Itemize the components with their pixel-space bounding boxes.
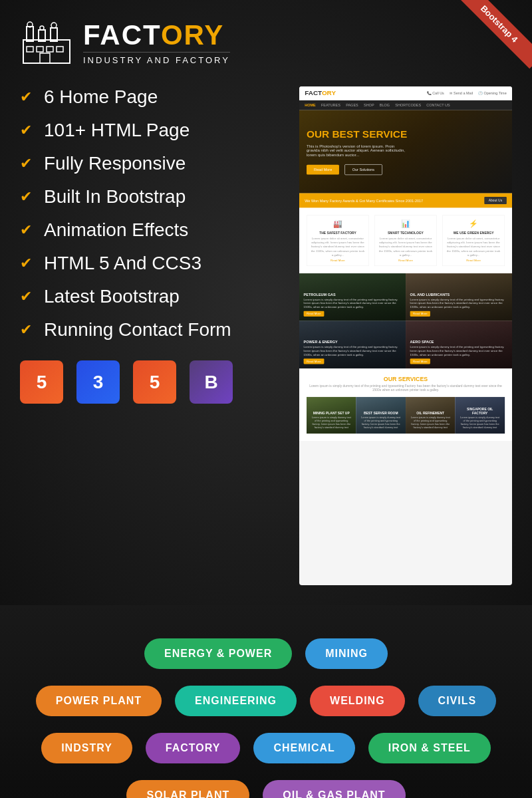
service-oil-bg: OIL AND LUBRICANTS Lorem ipsum is simply… [406, 273, 512, 321]
svg-point-6 [51, 23, 57, 28]
factory-logo-icon [20, 20, 73, 66]
service-aero-content: AERO SPACE Lorem ipsum is simply dummy t… [410, 340, 508, 364]
service-power-bg: POWER & ENERGY Lorem ipsum is simply dum… [299, 321, 406, 369]
best-services-our: OUR [384, 376, 398, 382]
preview-feature-3: ⚡ WE USE GREEN ENERGY Lorem ipsum dolor … [442, 215, 505, 266]
service-petroleum-content: PETROLEUM GAS Lorem ipsum is simply dumm… [304, 293, 402, 317]
service-petroleum-link[interactable]: Read More [304, 311, 325, 317]
nav-call: 📞 Call Us [427, 91, 444, 95]
tag-energy-power[interactable]: ENERGY & POWER [144, 638, 292, 669]
check-icon-4: ✔ [20, 188, 32, 205]
preview-feature-1: 🏭 THE SAFEST FACTORY Lorem ipsum dolor s… [307, 215, 369, 266]
chart-icon: 📊 [378, 219, 433, 228]
nav-shop: SHOP [364, 103, 374, 107]
service-aero-link[interactable]: Read More [410, 358, 431, 364]
check-icon-3: ✔ [20, 155, 32, 172]
check-icon-6: ✔ [20, 255, 32, 272]
check-icon-8: ✔ [20, 321, 32, 338]
tag-civils[interactable]: CIVILS [418, 686, 497, 716]
preview-panel: FACTORY 📞 Call Us ✉ Send a Mail 🕐 Openin… [299, 86, 512, 585]
check-icon-7: ✔ [20, 288, 32, 305]
about-button[interactable]: About Us [484, 197, 507, 204]
tags-row-3: INDSTRY FACTORY CHEMICAL IRON & STEEL [41, 733, 491, 763]
read-more-2[interactable]: Read More [378, 259, 433, 262]
feature-label-1: 6 Home Page [44, 86, 158, 108]
service-petroleum-text: Lorem ipsum is simply dummy text of the … [304, 298, 402, 309]
service-power-title: POWER & ENERGY [304, 340, 402, 344]
main-nav: HOME FEATURES PAGES SHOP BLOG SHORTCODES… [299, 100, 512, 110]
ribbon-label: Bootstrap 4 [454, 0, 532, 68]
svg-rect-9 [47, 47, 53, 52]
tag-power-plant[interactable]: POWER PLANT [36, 686, 162, 716]
tag-factory[interactable]: FACTORY [146, 733, 241, 763]
bootstrap-icon: B [190, 360, 233, 404]
svg-rect-7 [27, 47, 33, 52]
feature-label-7: Latest Bootstrap [44, 286, 180, 307]
service-petroleum-bg: PETROLEUM GAS Lorem ipsum is simply dumm… [299, 273, 406, 321]
service-oil: OIL AND LUBRICANTS Lorem ipsum is simply… [406, 273, 512, 321]
feature-label-3: Fully Responsive [44, 153, 186, 174]
read-more-3[interactable]: Read More [446, 259, 501, 262]
nav-shortcodes: SHORTCODES [395, 103, 421, 107]
best-services-section: OUR SERVICES Lorem ipsum is simply dummy… [299, 368, 512, 441]
service-oil-title: OIL AND LUBRICANTS [410, 293, 508, 297]
tag-chemical[interactable]: CHEMICAL [253, 733, 354, 763]
main-content: ✔ 6 Home Page ✔ 101+ HTML Page ✔ Fully R… [20, 86, 512, 585]
css3-icon: 3 [76, 360, 120, 404]
bottom-card-4: SINGAPORE OIL FACTORY Lorem ipsum is sim… [455, 397, 504, 434]
logo-subtitle: INDUSTRY AND FACTORY [83, 52, 230, 65]
bottom-card-1: MINING PLANT SET UP Lorem ipsum is simpl… [307, 397, 356, 434]
nav-time: 🕐 Opening Time [478, 91, 506, 95]
logo-title: FACTORY [83, 21, 230, 49]
service-aero-bg: AERO SPACE Lorem ipsum is simply dummy t… [406, 321, 512, 369]
service-power-content: POWER & ENERGY Lorem ipsum is simply dum… [304, 340, 402, 364]
tag-welding[interactable]: WELDING [310, 686, 405, 716]
svg-rect-10 [57, 47, 63, 52]
tag-solar-plant[interactable]: SOLAR PLANT [126, 780, 249, 798]
best-services-best: SERVICES [398, 376, 428, 382]
bottom-card-3-inner: OIL REFINEMENT Lorem ipsum is simply dum… [406, 397, 455, 434]
service-aero-title: AERO SPACE [410, 340, 508, 344]
service-oil-content: OIL AND LUBRICANTS Lorem ipsum is simply… [410, 293, 508, 317]
feature-item-6: ✔ HTML 5 And CCS3 [20, 253, 279, 274]
bottom-card-1-inner: MINING PLANT SET UP Lorem ipsum is simpl… [307, 397, 356, 434]
preview-features-row: 🏭 THE SAFEST FACTORY Lorem ipsum dolor s… [299, 208, 512, 273]
bottom-card-title-1: MINING PLANT SET UP [311, 411, 352, 415]
hero-subtitle: This is Photoshop's version of lorem ips… [307, 144, 406, 157]
award-text: We Won Many Factory Awards & Got Many Ce… [305, 199, 423, 203]
tag-oil-gas-plant[interactable]: OIL & GAS PLANT [263, 780, 405, 798]
tag-engineering[interactable]: ENGINEERING [175, 686, 297, 716]
preview-feature-text-1: Lorem ipsum dolor sit amet, consectetur … [311, 237, 365, 257]
preview-inner: FACTORY 📞 Call Us ✉ Send a Mail 🕐 Openin… [299, 86, 512, 441]
hero-read-more[interactable]: Read More [307, 165, 339, 175]
logo-ory: ORY [161, 19, 224, 51]
bottom-card-title-2: BEST SERVER ROOM [360, 411, 401, 415]
bottom-cards-grid: MINING PLANT SET UP Lorem ipsum is simpl… [307, 397, 505, 434]
feature-item-4: ✔ Built In Bootstrap [20, 186, 279, 207]
tag-mining[interactable]: MINING [305, 638, 388, 669]
site-nav: 📞 Call Us ✉ Send a Mail 🕐 Opening Time [427, 91, 507, 95]
service-oil-text: Lorem ipsum is simply dummy text of the … [410, 298, 508, 309]
service-power: POWER & ENERGY Lorem ipsum is simply dum… [299, 321, 406, 369]
tag-iron-steel[interactable]: IRON & STEEL [368, 733, 491, 763]
feature-label-5: Animation Effects [44, 219, 188, 241]
award-bar: We Won Many Factory Awards & Got Many Ce… [299, 194, 512, 208]
factory-icon: 🏭 [311, 219, 365, 228]
logo-fact: FACT [83, 19, 161, 51]
feature-label-8: Running Contact Form [44, 319, 231, 340]
service-power-link[interactable]: Read More [304, 358, 325, 364]
feature-label-6: HTML 5 And CCS3 [44, 253, 201, 274]
feature-item-2: ✔ 101+ HTML Page [20, 120, 279, 141]
bootstrap-ribbon: Bootstrap 4 [452, 0, 532, 80]
tags-row-4: SOLAR PLANT OIL & GAS PLANT [126, 780, 405, 798]
feature-item-3: ✔ Fully Responsive [20, 153, 279, 174]
hero-our-solutions[interactable]: Our Solutions [344, 164, 382, 175]
svg-rect-11 [40, 53, 50, 63]
tag-indstry[interactable]: INDSTRY [41, 733, 132, 763]
bottom-card-title-3: OIL REFINEMENT [410, 411, 451, 415]
best-services-subtitle: Lorem ipsum is simply dummy text of the … [307, 384, 505, 392]
energy-icon: ⚡ [446, 219, 501, 228]
bottom-card-text-2: Lorem ipsum is simply dummy text of the … [360, 416, 401, 429]
read-more-1[interactable]: Read More [311, 259, 365, 262]
service-oil-link[interactable]: Read More [410, 311, 431, 317]
